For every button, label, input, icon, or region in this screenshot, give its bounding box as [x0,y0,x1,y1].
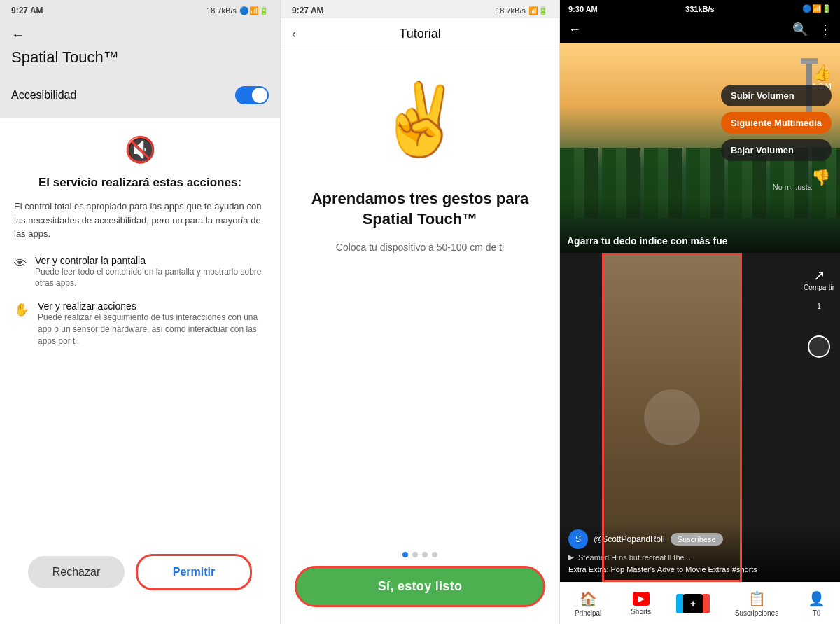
page-dots [402,552,438,557]
youtube-header: ← 🔍 ⋮ [560,16,840,43]
card-heading: El servicio realizará estas acciones: [14,176,266,190]
tutorial-subtext: Coloca tu dispositivo a 50-100 cm de ti [336,240,504,255]
header-icons: 🔍 ⋮ [792,22,832,37]
nav-label-principal: Principal [575,609,601,617]
nav-label-tu: Tú [813,609,821,617]
nav-tu[interactable]: 👤 Tú [808,590,825,617]
bajar-volumen-badge[interactable]: Bajar Volumen [721,139,832,161]
nav-add[interactable]: + [680,594,706,613]
panel3-youtube-shorts: 9:30 AM 331kB/s 🔵📶🔋 ← 🔍 ⋮ 👍 1.3 M Subir … [560,0,840,624]
eye-icon: 👁 [14,256,27,271]
status-bar-1: 9:27 AM 18.7kB/s 🔵📶🔋 [0,0,280,18]
reject-button[interactable]: Rechazar [28,556,125,588]
permission-item-2: ✋ Ver y realizar acciones Puede realizar… [14,300,266,347]
channel-avatar[interactable]: S [568,529,588,549]
panel1-spatial-touch: 9:27 AM 18.7kB/s 🔵📶🔋 ← Spatial Touch™ Ac… [0,0,280,624]
tutorial-header: ‹ Tutorial [281,18,559,50]
tutorial-title: Tutorial [399,27,440,41]
subir-volumen-badge[interactable]: Subir Volumen [721,85,832,106]
allow-button[interactable]: Permitir [136,554,252,590]
nav-principal[interactable]: 🏠 Principal [575,590,601,617]
video-controls: Subir Volumen Siguiente Multimedia Bajar… [721,85,832,161]
dislike-area: 👎 [811,169,830,187]
more-icon[interactable]: ⋮ [819,22,832,37]
count-action: 1 [817,303,821,310]
thumbs-up-icon[interactable]: 👍 [813,64,832,82]
bottom-navigation: 🏠 Principal ▶ Shorts + 📋 Suscripciones 👤… [560,582,840,624]
shorts-icon: ▶ [633,592,650,606]
accessibility-section: Accesibilidad [0,78,280,113]
panel1-header: ← [0,18,280,48]
nav-label-suscripciones: Suscripciones [735,609,778,617]
share-label: Compartir [804,284,834,291]
accessibility-toggle[interactable] [235,86,269,104]
gesture-hint-text: Agarra tu dedo índice con más fue [567,235,805,247]
accessibility-label: Accesibilidad [11,89,76,102]
data-speed-1: 18.7kB/s [206,6,237,15]
subscriptions-icon: 📋 [748,590,766,607]
dot-3 [422,552,428,557]
back-arrow-icon-3[interactable]: ← [568,22,581,37]
avatar-icon[interactable] [808,335,830,358]
dot-4 [432,552,438,557]
hand-icon: ✋ [14,302,29,317]
share-count: 1 [817,303,821,310]
bottom-video: ↗ Compartir 1 S @ScottPopandRoll Suscríb… [560,253,840,582]
back-arrow-icon-2[interactable]: ‹ [292,27,296,41]
status-icons-2: 18.7kB/s 📶🔋 [496,6,548,15]
no-text: No m...usta [773,183,812,191]
item2-desc: Puede realizar el seguimiento de tus int… [38,312,266,347]
action-buttons: Rechazar Permitir [14,543,266,607]
status-time-1: 9:27 AM [11,6,43,15]
gesture-illustration: ✌️ [377,78,464,161]
red-highlight-box [602,253,742,582]
status-time-3: 9:30 AM [568,5,598,13]
status-bar-3: 9:30 AM 331kB/s 🔵📶🔋 [560,0,840,16]
status-data-3: 331kB/s [685,5,715,13]
share-icon[interactable]: ↗ [813,267,825,284]
nav-label-shorts: Shorts [631,608,651,616]
item2-title: Ver y realizar acciones [38,300,266,312]
search-icon[interactable]: 🔍 [792,22,808,37]
service-icon: 🔇 [14,135,266,165]
dot-2 [412,552,418,557]
permissions-card: 🔇 El servicio realizará estas acciones: … [0,118,280,624]
nav-shorts[interactable]: ▶ Shorts [631,592,651,616]
panel2-tutorial: 9:27 AM 18.7kB/s 📶🔋 ‹ Tutorial ✌️ Aprend… [280,0,560,624]
tutorial-content: ✌️ Aprendamos tres gestos para Spatial T… [281,50,559,541]
profile-icon: 👤 [808,590,825,607]
status-icons-1: 18.7kB/s 🔵📶🔋 [206,6,269,15]
tutorial-bottom: Sí, estoy listo [281,541,559,624]
page-title-1: Spatial Touch™ [0,48,280,78]
item1-desc: Puede leer todo el contenido en la panta… [35,266,266,290]
status-time-2: 9:27 AM [292,6,324,15]
play-icon: ▶ [568,553,574,561]
channel-avatar-right [808,335,830,358]
nav-suscripciones[interactable]: 📋 Suscripciones [735,590,778,617]
permission-item-1: 👁 Ver y controlar la pantalla Puede leer… [14,255,266,290]
top-video: 👍 1.3 M Subir Volumen Siguiente Multimed… [560,43,840,253]
card-description: El control total es apropiado para las a… [14,200,266,241]
video-actions: ↗ Compartir 1 [804,267,834,358]
item1-title: Ver y controlar la pantalla [35,255,266,266]
home-icon: 🏠 [580,590,597,607]
status-bar-2: 9:27 AM 18.7kB/s 📶🔋 [281,0,559,18]
ready-button[interactable]: Sí, estoy listo [295,566,545,607]
thumbs-down-icon[interactable]: 👎 [811,169,830,186]
tutorial-heading: Aprendamos tres gestos para Spatial Touc… [302,189,538,229]
siguiente-multimedia-badge[interactable]: Siguiente Multimedia [721,112,832,134]
add-icon: + [680,594,706,613]
dot-1 [402,552,408,557]
back-arrow-icon[interactable]: ← [11,27,25,43]
share-action: ↗ Compartir [804,267,834,291]
